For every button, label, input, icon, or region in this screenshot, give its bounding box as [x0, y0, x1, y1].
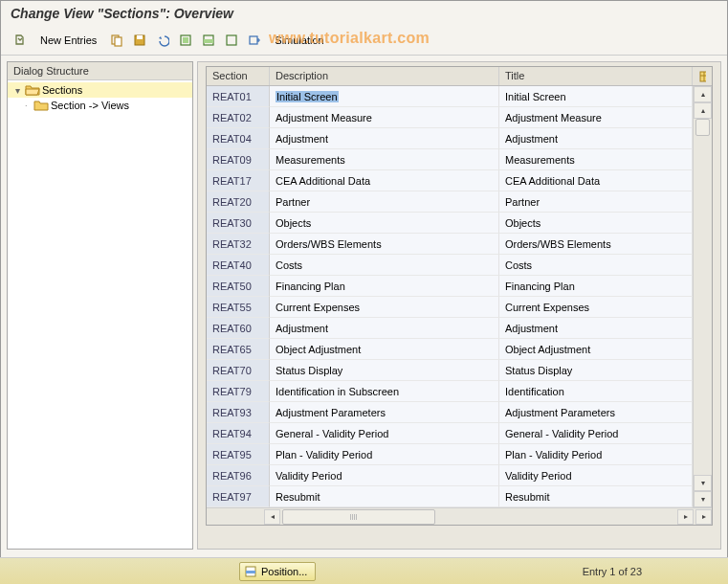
table-row[interactable]: REAT40CostsCosts — [207, 255, 693, 276]
table-row[interactable]: REAT96Validity PeriodValidity Period — [207, 465, 693, 486]
hscroll-thumb[interactable] — [282, 509, 435, 525]
cell-title[interactable]: Plan - Validity Period — [499, 444, 693, 465]
scroll-thumb[interactable] — [695, 119, 710, 136]
cell-section[interactable]: REAT65 — [207, 339, 270, 360]
cell-title[interactable]: General - Validity Period — [499, 423, 693, 444]
scroll-right-end-icon[interactable]: ▸ — [695, 509, 712, 525]
cell-section[interactable]: REAT40 — [207, 255, 270, 276]
cell-title[interactable]: Initial Screen — [499, 86, 693, 107]
cell-section[interactable]: REAT93 — [207, 402, 270, 423]
scroll-top-icon[interactable]: ▴ — [694, 86, 712, 102]
cell-description[interactable]: Initial Screen — [270, 86, 499, 107]
collapse-icon[interactable]: ▾ — [11, 85, 23, 96]
cell-description[interactable]: Partner — [270, 191, 499, 213]
cell-section[interactable]: REAT70 — [207, 360, 270, 381]
scroll-right-icon[interactable]: ▸ — [677, 509, 694, 525]
table-row[interactable]: REAT50Financing PlanFinancing Plan — [207, 276, 693, 297]
undo-icon[interactable] — [152, 30, 173, 51]
table-config-button[interactable] — [693, 67, 712, 85]
cell-description[interactable]: Status Display — [270, 360, 499, 381]
cell-description[interactable]: Costs — [270, 255, 499, 276]
table-row[interactable]: REAT95Plan - Validity PeriodPlan - Valid… — [207, 444, 693, 465]
table-row[interactable]: REAT97ResubmitResubmit — [207, 486, 693, 507]
table-row[interactable]: REAT02Adjustment MeasureAdjustment Measu… — [207, 107, 693, 128]
cell-description[interactable]: Current Expenses — [270, 297, 499, 318]
position-button[interactable]: Position... — [239, 562, 316, 581]
cell-description[interactable]: General - Validity Period — [270, 423, 499, 444]
table-row[interactable]: REAT65Object AdjustmentObject Adjustment — [207, 339, 693, 360]
cell-section[interactable]: REAT97 — [207, 486, 270, 507]
table-row[interactable]: REAT20PartnerPartner — [207, 191, 693, 213]
table-row[interactable]: REAT79Identification in SubscreenIdentif… — [207, 381, 693, 402]
cell-title[interactable]: Adjustment — [499, 128, 693, 149]
cell-description[interactable]: Objects — [270, 213, 499, 234]
cell-description[interactable]: Adjustment Measure — [270, 107, 499, 128]
column-header-section[interactable]: Section — [207, 67, 270, 85]
cell-description[interactable]: Adjustment Parameters — [270, 402, 499, 423]
cell-section[interactable]: REAT01 — [207, 86, 270, 107]
cell-section[interactable]: REAT09 — [207, 149, 270, 170]
cell-description[interactable]: Orders/WBS Elements — [270, 234, 499, 255]
expand-icon[interactable] — [10, 30, 31, 51]
table-row[interactable]: REAT30ObjectsObjects — [207, 213, 693, 234]
column-header-description[interactable]: Description — [270, 67, 499, 85]
cell-title[interactable]: Partner — [499, 191, 693, 213]
cell-section[interactable]: REAT55 — [207, 297, 270, 318]
cell-title[interactable]: Object Adjustment — [499, 339, 693, 360]
cell-title[interactable]: Resubmit — [499, 486, 693, 507]
scroll-down-icon[interactable]: ▾ — [694, 475, 712, 491]
table-row[interactable]: REAT17CEA Additional DataCEA Additional … — [207, 170, 693, 191]
select-all-icon[interactable] — [175, 30, 196, 51]
save-icon[interactable] — [129, 30, 150, 51]
vertical-scrollbar[interactable]: ▴ ▴ ▾ ▾ — [693, 86, 712, 507]
cell-title[interactable]: Status Display — [499, 360, 693, 381]
scroll-track[interactable] — [695, 119, 710, 475]
cell-section[interactable]: REAT60 — [207, 318, 270, 339]
cell-section[interactable]: REAT20 — [207, 191, 270, 213]
cell-description[interactable]: Adjustment — [270, 128, 499, 149]
cell-title[interactable]: Objects — [499, 213, 693, 234]
scroll-left-icon[interactable]: ◂ — [264, 509, 280, 525]
table-row[interactable]: REAT94General - Validity PeriodGeneral -… — [207, 423, 693, 444]
cell-title[interactable]: Identification — [499, 381, 693, 402]
simulation-button[interactable]: Simulation — [268, 30, 330, 51]
cell-section[interactable]: REAT79 — [207, 381, 270, 402]
cell-title[interactable]: Costs — [499, 255, 693, 276]
column-header-title[interactable]: Title — [499, 67, 693, 85]
cell-title[interactable]: Adjustment Measure — [499, 107, 693, 128]
cell-title[interactable]: Orders/WBS Elements — [499, 234, 693, 255]
cell-description[interactable]: Adjustment — [270, 318, 499, 339]
cell-title[interactable]: Adjustment — [499, 318, 693, 339]
table-settings-icon[interactable] — [244, 30, 265, 51]
cell-section[interactable]: REAT50 — [207, 276, 270, 297]
cell-description[interactable]: Validity Period — [270, 465, 499, 486]
cell-title[interactable]: Measurements — [499, 149, 693, 170]
cell-description[interactable]: Measurements — [270, 149, 499, 170]
deselect-all-icon[interactable] — [221, 30, 242, 51]
table-row[interactable]: REAT01Initial ScreenInitial Screen — [207, 86, 693, 107]
table-row[interactable]: REAT60AdjustmentAdjustment — [207, 318, 693, 339]
cell-description[interactable]: Identification in Subscreen — [270, 381, 499, 402]
cell-description[interactable]: Financing Plan — [270, 276, 499, 297]
tree-node-sections[interactable]: ▾ Sections — [8, 82, 192, 98]
cell-title[interactable]: CEA Additional Data — [499, 170, 693, 191]
cell-description[interactable]: CEA Additional Data — [270, 170, 499, 191]
hscroll-track[interactable] — [282, 509, 675, 525]
scroll-bottom-icon[interactable]: ▾ — [694, 491, 712, 507]
cell-section[interactable]: REAT04 — [207, 128, 270, 149]
cell-description[interactable]: Resubmit — [270, 486, 499, 507]
scroll-up-icon[interactable]: ▴ — [694, 102, 712, 119]
table-row[interactable]: REAT09MeasurementsMeasurements — [207, 149, 693, 170]
cell-section[interactable]: REAT95 — [207, 444, 270, 465]
new-entries-button[interactable]: New Entries — [33, 30, 103, 51]
copy-icon[interactable] — [106, 30, 127, 51]
cell-description[interactable]: Object Adjustment — [270, 339, 499, 360]
select-block-icon[interactable] — [198, 30, 219, 51]
cell-title[interactable]: Validity Period — [499, 465, 693, 486]
cell-title[interactable]: Adjustment Parameters — [499, 402, 693, 423]
table-row[interactable]: REAT32Orders/WBS ElementsOrders/WBS Elem… — [207, 234, 693, 255]
cell-section[interactable]: REAT02 — [207, 107, 270, 128]
cell-title[interactable]: Current Expenses — [499, 297, 693, 318]
horizontal-scrollbar[interactable]: ◂ ▸ ▸ — [207, 507, 712, 525]
cell-title[interactable]: Financing Plan — [499, 276, 693, 297]
